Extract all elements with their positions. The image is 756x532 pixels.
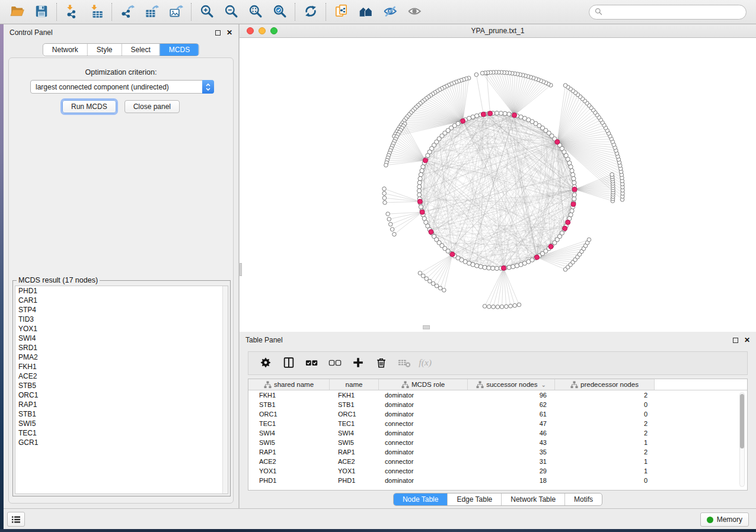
- float-panel-icon[interactable]: [215, 30, 221, 36]
- tab-edge-table[interactable]: Edge Table: [447, 493, 501, 505]
- float-table-panel-icon[interactable]: [733, 338, 738, 343]
- table-row[interactable]: RAP1RAP1dominator352: [248, 447, 747, 457]
- network-node[interactable]: [480, 71, 484, 75]
- network-node[interactable]: [419, 205, 423, 209]
- network-node[interactable]: [587, 238, 591, 242]
- network-node[interactable]: [420, 169, 424, 173]
- network-hub-node[interactable]: [501, 266, 506, 271]
- mcds-result-item[interactable]: SWI5: [15, 419, 228, 428]
- mcds-result-item[interactable]: STB1: [15, 409, 228, 419]
- mcds-result-item[interactable]: PMA2: [15, 352, 228, 362]
- network-node[interactable]: [572, 193, 576, 197]
- settings-gear-button[interactable]: [254, 354, 276, 373]
- memory-button[interactable]: Memory: [700, 512, 749, 527]
- table-scrollbar-thumb[interactable]: [740, 394, 744, 448]
- open-button[interactable]: [5, 2, 29, 22]
- network-node[interactable]: [382, 196, 387, 200]
- network-hub-node[interactable]: [572, 187, 577, 192]
- delete-button[interactable]: [370, 354, 392, 373]
- mcds-result-item[interactable]: SWI4: [15, 334, 228, 343]
- network-node[interactable]: [382, 191, 387, 196]
- network-node[interactable]: [479, 265, 483, 269]
- network-node[interactable]: [421, 274, 425, 278]
- zoom-in-button[interactable]: [194, 2, 219, 22]
- network-node[interactable]: [387, 217, 391, 222]
- network-node[interactable]: [519, 115, 523, 119]
- network-node[interactable]: [487, 266, 491, 270]
- network-node[interactable]: [431, 281, 435, 286]
- close-table-panel-icon[interactable]: ✕: [744, 336, 750, 344]
- column-header-predecessor-nodes[interactable]: predecessor nodes: [555, 379, 655, 390]
- export-table-button[interactable]: [139, 2, 164, 22]
- network-node[interactable]: [569, 213, 573, 217]
- duplicate-network-button[interactable]: [329, 2, 353, 22]
- network-hub-node[interactable]: [417, 199, 422, 204]
- table-row[interactable]: SWI4SWI4dominator462: [248, 428, 747, 438]
- hide-selected-button[interactable]: [378, 2, 402, 22]
- network-node[interactable]: [513, 303, 517, 307]
- network-node[interactable]: [425, 277, 429, 281]
- close-panel-icon[interactable]: ✕: [227, 28, 232, 37]
- zoom-fit-button[interactable]: [243, 2, 267, 22]
- table-row[interactable]: SWI5SWI5connector431: [248, 438, 747, 447]
- mcds-result-item[interactable]: PHD1: [15, 286, 228, 296]
- network-node[interactable]: [571, 172, 575, 177]
- export-network-button[interactable]: [115, 2, 139, 22]
- network-node[interactable]: [572, 197, 576, 201]
- mcds-result-item[interactable]: TID3: [15, 315, 228, 324]
- network-node[interactable]: [474, 73, 479, 77]
- search-box[interactable]: [589, 5, 747, 20]
- network-node[interactable]: [495, 111, 499, 115]
- network-node[interactable]: [383, 201, 387, 205]
- network-node[interactable]: [505, 305, 509, 309]
- network-node[interactable]: [435, 284, 439, 288]
- network-node[interactable]: [417, 188, 421, 193]
- tab-network-table[interactable]: Network Table: [501, 493, 564, 505]
- table-row[interactable]: TEC1TEC1connector472: [248, 419, 747, 428]
- network-node[interactable]: [483, 265, 487, 270]
- tab-motifs[interactable]: Motifs: [564, 493, 602, 505]
- network-node[interactable]: [610, 172, 614, 177]
- first-neighbors-button[interactable]: [353, 2, 378, 22]
- network-node[interactable]: [507, 112, 511, 116]
- import-table-button[interactable]: [84, 2, 109, 22]
- add-button[interactable]: [347, 354, 369, 373]
- network-hub-node[interactable]: [555, 140, 560, 145]
- network-node[interactable]: [418, 271, 422, 275]
- network-hub-node[interactable]: [571, 202, 576, 207]
- table-row[interactable]: PHD1PHD1dominator180: [248, 476, 747, 485]
- network-node[interactable]: [499, 111, 503, 116]
- network-hub-node[interactable]: [563, 226, 567, 231]
- column-header-name[interactable]: name: [330, 379, 379, 390]
- network-node[interactable]: [515, 264, 519, 268]
- network-hub-node[interactable]: [481, 112, 486, 117]
- panel-list-button[interactable]: [7, 512, 25, 527]
- network-node[interactable]: [438, 286, 442, 290]
- tab-select[interactable]: Select: [122, 44, 160, 56]
- network-node[interactable]: [570, 169, 574, 173]
- network-node[interactable]: [417, 181, 422, 185]
- network-hub-node[interactable]: [566, 220, 570, 225]
- export-image-button[interactable]: [164, 2, 188, 22]
- refresh-button[interactable]: [298, 2, 323, 22]
- network-hub-node[interactable]: [450, 252, 455, 257]
- network-hub-node[interactable]: [420, 210, 425, 214]
- splitter-handle-left[interactable]: [240, 263, 242, 276]
- column-browser-button[interactable]: [277, 354, 299, 373]
- zoom-selected-button[interactable]: [267, 2, 292, 22]
- mcds-result-item[interactable]: STP4: [15, 305, 228, 315]
- mcds-result-list[interactable]: PHD1CAR1STP4TID3YOX1SWI4SRD1PMA2FKH1ACE2…: [15, 286, 228, 494]
- save-button[interactable]: [29, 2, 53, 22]
- network-node[interactable]: [491, 266, 495, 270]
- close-panel-button[interactable]: Close panel: [125, 100, 180, 113]
- network-node[interactable]: [475, 264, 479, 268]
- network-node[interactable]: [417, 193, 422, 197]
- mcds-result-item[interactable]: CAR1: [15, 296, 228, 305]
- network-node[interactable]: [496, 305, 500, 309]
- mcds-result-item[interactable]: TEC1: [15, 428, 228, 438]
- table-row[interactable]: STB1STB1dominator620: [248, 400, 747, 409]
- show-all-button[interactable]: [402, 2, 426, 22]
- network-node[interactable]: [483, 305, 487, 309]
- network-node[interactable]: [471, 262, 475, 267]
- network-node[interactable]: [570, 209, 574, 213]
